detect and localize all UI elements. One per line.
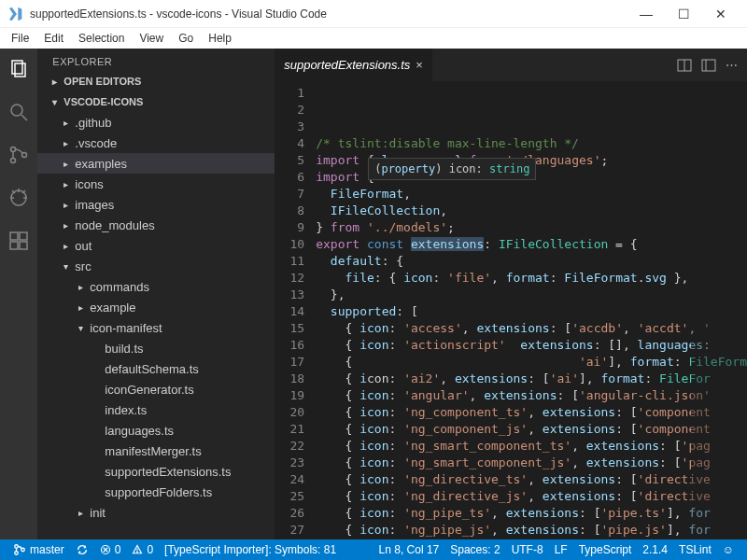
- menu-view[interactable]: View: [132, 30, 171, 47]
- split-editor-icon[interactable]: [677, 58, 692, 73]
- svg-point-4: [11, 147, 16, 152]
- toggle-sidebar-icon[interactable]: [701, 58, 716, 73]
- svg-rect-0: [12, 61, 22, 74]
- git-branch[interactable]: master: [7, 543, 70, 556]
- svg-point-22: [15, 552, 19, 555]
- indentation[interactable]: Spaces: 2: [444, 543, 505, 556]
- tab-supported-extensions[interactable]: supportedExtensions.ts ×: [275, 49, 432, 81]
- svg-rect-16: [20, 232, 27, 240]
- language-mode[interactable]: TypeScript: [573, 543, 638, 556]
- folder-item[interactable]: ▸ commands: [37, 276, 275, 297]
- encoding[interactable]: UTF-8: [506, 543, 549, 556]
- folder-item[interactable]: ▾ icon-manifest: [37, 317, 275, 338]
- tslint-status[interactable]: TSLint: [673, 543, 717, 556]
- explorer-icon[interactable]: [6, 56, 32, 82]
- editor-tabs: supportedExtensions.ts × ⋯: [275, 49, 747, 81]
- svg-rect-19: [702, 60, 715, 71]
- file-item[interactable]: supportedFolders.ts: [37, 482, 275, 502]
- folder-item[interactable]: ▸ node_modules: [37, 215, 275, 235]
- menu-selection[interactable]: Selection: [71, 30, 132, 47]
- explorer-sidebar: EXPLORER ▸ OPEN EDITORS ▾ VSCODE-ICONS ▸…: [37, 49, 275, 539]
- svg-rect-13: [10, 232, 18, 240]
- close-window-button[interactable]: ✕: [702, 7, 740, 21]
- code-editor[interactable]: 1234567891011121314151617181920212223242…: [275, 81, 747, 539]
- svg-rect-14: [10, 242, 18, 249]
- eol[interactable]: LF: [549, 543, 573, 556]
- debug-icon[interactable]: [6, 185, 32, 211]
- extensions-icon[interactable]: [6, 228, 32, 254]
- source-control-icon[interactable]: [6, 142, 32, 168]
- folder-item[interactable]: ▸ init: [37, 502, 275, 523]
- maximize-button[interactable]: ☐: [665, 7, 702, 21]
- window-titlebar: supportedExtensions.ts - vscode-icons - …: [0, 0, 747, 28]
- folder-item[interactable]: ▸ out: [37, 235, 275, 256]
- file-item[interactable]: index.ts: [37, 399, 275, 420]
- menu-help[interactable]: Help: [201, 30, 239, 47]
- svg-point-6: [22, 153, 27, 158]
- folder-item[interactable]: ▸ example: [37, 297, 275, 317]
- tab-label: supportedExtensions.ts: [284, 58, 410, 72]
- file-item[interactable]: build.ts: [37, 338, 275, 358]
- editor-area: supportedExtensions.ts × ⋯ 1234567891011…: [275, 49, 747, 539]
- file-item[interactable]: defaultSchema.ts: [37, 358, 275, 379]
- folder-item[interactable]: ▸ .github: [37, 112, 275, 133]
- file-item[interactable]: supportedExtensions.ts: [37, 461, 275, 482]
- open-editors-section[interactable]: ▸ OPEN EDITORS: [37, 71, 275, 91]
- status-bar: master 0 0 [TypeScript Importer]: Symbol…: [0, 539, 747, 560]
- ts-version[interactable]: 2.1.4: [637, 543, 673, 556]
- file-item[interactable]: languages.ts: [37, 420, 275, 441]
- minimap[interactable]: [691, 81, 747, 539]
- project-section[interactable]: ▾ VSCODE-ICONS: [37, 91, 275, 112]
- menu-file[interactable]: File: [4, 30, 36, 47]
- menu-edit[interactable]: Edit: [36, 30, 71, 47]
- svg-rect-15: [20, 242, 27, 249]
- svg-point-21: [15, 545, 19, 549]
- tab-close-icon[interactable]: ×: [416, 58, 423, 72]
- code-lines[interactable]: (property) icon: string /* tslint:disabl…: [316, 81, 747, 539]
- vscode-logo-icon: [7, 7, 22, 21]
- line-gutter: 1234567891011121314151617181920212223242…: [275, 81, 316, 539]
- file-item[interactable]: iconGenerator.ts: [37, 379, 275, 399]
- folder-item[interactable]: ▸ icons: [37, 174, 275, 194]
- svg-line-3: [21, 115, 27, 120]
- svg-rect-1: [15, 63, 25, 77]
- ts-importer[interactable]: [TypeScript Importer]: Symbols: 81: [159, 543, 342, 556]
- svg-point-28: [137, 552, 138, 553]
- more-actions-icon[interactable]: ⋯: [726, 58, 738, 73]
- folder-item[interactable]: ▸ examples: [37, 153, 275, 174]
- folder-item[interactable]: ▸ .vscode: [37, 133, 275, 153]
- activity-bar: [0, 49, 37, 539]
- minimize-button[interactable]: —: [627, 7, 665, 21]
- menu-bar: File Edit Selection View Go Help: [0, 28, 747, 49]
- problems-warnings[interactable]: 0: [126, 543, 159, 556]
- folder-item[interactable]: ▾ src: [37, 256, 275, 276]
- folder-item[interactable]: ▸ images: [37, 194, 275, 215]
- hover-tooltip: (property) icon: string: [368, 158, 536, 180]
- problems-errors[interactable]: 0: [94, 543, 127, 556]
- file-tree[interactable]: ▸ OPEN EDITORS ▾ VSCODE-ICONS ▸ .github▸…: [37, 71, 275, 539]
- window-title: supportedExtensions.ts - vscode-icons - …: [30, 7, 627, 21]
- file-item[interactable]: manifestMerger.ts: [37, 441, 275, 461]
- feedback-icon[interactable]: ☺: [717, 543, 740, 556]
- svg-point-2: [11, 105, 22, 116]
- explorer-title: EXPLORER: [37, 49, 275, 71]
- svg-point-5: [11, 159, 16, 163]
- menu-go[interactable]: Go: [171, 30, 201, 47]
- git-sync[interactable]: [70, 543, 94, 556]
- cursor-position[interactable]: Ln 8, Col 17: [374, 543, 445, 556]
- search-icon[interactable]: [6, 99, 32, 125]
